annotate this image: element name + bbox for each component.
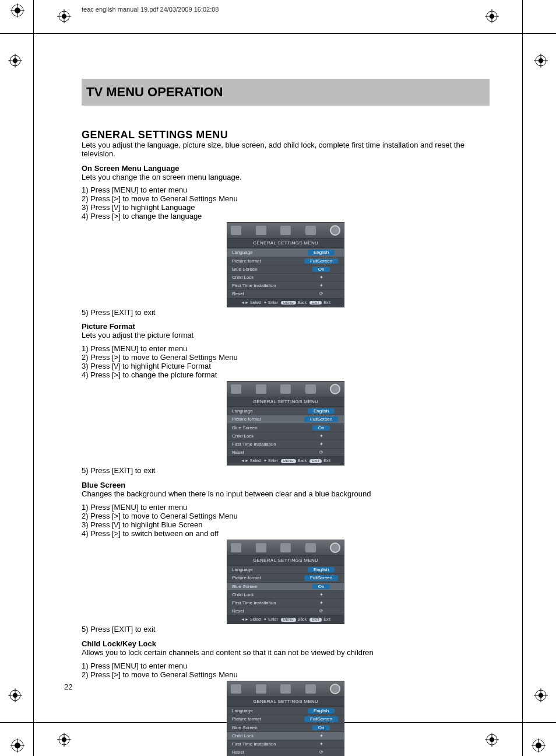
osd-tab-icon xyxy=(305,226,316,235)
osd-row: Picture formatFullScreen xyxy=(227,415,344,423)
osd-row-value: ✦ xyxy=(303,741,339,747)
osd-tab-icon xyxy=(280,684,291,694)
reg-mark-icon xyxy=(57,9,71,23)
reg-mark-icon xyxy=(532,738,546,752)
subsection-lead: Lets you adjust the picture format xyxy=(82,331,490,340)
osd-row-value: ⟳ xyxy=(303,291,339,296)
osd-row-value: ✦ xyxy=(303,433,339,439)
osd-row: LanguageEnglish xyxy=(227,706,344,715)
reg-mark-icon xyxy=(10,738,24,752)
osd-row: Blue ScreenOn xyxy=(227,723,344,732)
step: 2) Press [>] to move to General Settings… xyxy=(82,671,490,680)
page-title: TV MENU OPERATION xyxy=(82,79,490,106)
step: 1) Press [MENU] to enter menu xyxy=(82,503,490,512)
step: 2) Press [>] to move to General Settings… xyxy=(82,354,490,362)
subsection-lead: Allows you to lock certain channels and … xyxy=(82,649,490,657)
osd-row-label: Language xyxy=(232,250,253,255)
osd-tab-icon xyxy=(256,543,266,552)
osd-tab-icon xyxy=(305,684,316,694)
step: 5) Press [EXIT] to exit xyxy=(82,625,490,634)
osd-row-label: First Time Installation xyxy=(232,442,276,447)
osd-tab-icon xyxy=(256,226,266,235)
osd-row-label: Reset xyxy=(232,750,244,755)
osd-row: Child Lock✦ xyxy=(227,590,344,598)
osd-tab-icon xyxy=(305,543,316,552)
step: 5) Press [EXIT] to exit xyxy=(82,309,490,317)
step: 3) Press [\/] to highlight Blue Screen xyxy=(82,521,490,530)
section-heading: GENERAL SETTINGS MENU xyxy=(82,129,490,141)
step: 4) Press [>] to change the language xyxy=(82,212,490,221)
osd-row-value: ✦ xyxy=(303,283,339,288)
osd-row-value: ✦ xyxy=(303,275,339,280)
osd-title: GENERAL SETTINGS MENU xyxy=(227,238,344,248)
osd-tab-icon-active xyxy=(330,384,340,394)
osd-row: First Time Installation✦ xyxy=(227,740,344,748)
osd-row: First Time Installation✦ xyxy=(227,281,344,289)
osd-row-label: Picture format xyxy=(232,575,261,580)
osd-tab-icon-active xyxy=(330,225,340,236)
osd-title: GENERAL SETTINGS MENU xyxy=(227,696,344,706)
subsection: On Screen Menu LanguageLets you change t… xyxy=(82,164,490,317)
osd-row: Reset⟳ xyxy=(227,448,344,456)
section-lead: Lets you adjust the language, picture si… xyxy=(82,141,490,159)
osd-row-label: Blue Screen xyxy=(232,267,258,272)
step: 3) Press [\/] to highlight Language xyxy=(82,204,490,212)
crop-rule xyxy=(0,33,556,34)
reg-mark-icon xyxy=(534,54,548,68)
osd-row: Child Lock✦ xyxy=(227,732,344,740)
subsection-heading: Picture Format xyxy=(82,323,490,331)
osd-row-label: Child Lock xyxy=(232,733,254,738)
osd-row-value: ✦ xyxy=(303,733,339,738)
osd-row-label: Child Lock xyxy=(232,433,254,439)
osd-row: Reset⟳ xyxy=(227,748,344,756)
osd-footer: ◄► Select ✦ Enter MENU Back EXIT Exit xyxy=(227,615,344,624)
reg-mark-icon xyxy=(8,54,22,68)
osd-tab-icon xyxy=(280,384,291,394)
osd-row-value: On xyxy=(303,267,339,272)
osd-row-label: Reset xyxy=(232,608,244,614)
osd-row: Reset⟳ xyxy=(227,289,344,298)
osd-row-value: ✦ xyxy=(303,592,339,597)
step: 4) Press [>] to switch between on and of… xyxy=(82,530,490,538)
osd-row-label: Blue Screen xyxy=(232,725,258,730)
osd-row: LanguageEnglish xyxy=(227,407,344,415)
osd-row-value: English xyxy=(303,408,339,414)
osd-row: Picture formatFullScreen xyxy=(227,715,344,723)
osd-title: GENERAL SETTINGS MENU xyxy=(227,555,344,565)
osd-tab-icon xyxy=(231,543,241,552)
osd-row-label: Language xyxy=(232,567,253,572)
osd-row-label: Blue Screen xyxy=(232,425,258,430)
osd-row-value: FullScreen xyxy=(303,416,339,422)
osd-screenshot: GENERAL SETTINGS MENU LanguageEnglishPic… xyxy=(227,540,344,624)
osd-row-label: Picture format xyxy=(232,258,261,264)
osd-tab-icon xyxy=(280,543,291,552)
osd-row-value: On xyxy=(303,425,339,430)
reg-mark-icon xyxy=(8,688,22,702)
osd-row-label: Reset xyxy=(232,450,244,455)
osd-row: Picture formatFullScreen xyxy=(227,573,344,582)
osd-tab-icon xyxy=(256,684,266,694)
osd-tab-icon-active xyxy=(330,542,340,553)
crop-rule xyxy=(33,0,34,756)
osd-row-value: ✦ xyxy=(303,442,339,447)
osd-tab-icon xyxy=(231,384,241,394)
reg-mark-icon xyxy=(10,4,24,18)
osd-row-label: First Time Installation xyxy=(232,283,276,288)
osd-row: Blue ScreenOn xyxy=(227,265,344,273)
osd-tab-icon xyxy=(280,226,291,235)
step: 1) Press [MENU] to enter menu xyxy=(82,662,490,671)
page-content: TV MENU OPERATION GENERAL SETTINGS MENU … xyxy=(82,79,490,756)
osd-row-label: First Time Installation xyxy=(232,600,276,606)
osd-row-value: English xyxy=(303,567,339,572)
subsection: Blue ScreenChanges the background when t… xyxy=(82,481,490,634)
step: 4) Press [>] to change the picture forma… xyxy=(82,371,490,380)
osd-tab-icon xyxy=(305,384,316,394)
osd-row-value: On xyxy=(303,584,339,589)
osd-row-label: Language xyxy=(232,408,253,414)
osd-row: Child Lock✦ xyxy=(227,432,344,440)
osd-footer: ◄► Select ✦ Enter MENU Back EXIT Exit xyxy=(227,456,344,465)
step: 5) Press [EXIT] to exit xyxy=(82,467,490,475)
osd-row-value: English xyxy=(303,250,339,255)
subsection-heading: Blue Screen xyxy=(82,481,490,490)
osd-row: First Time Installation✦ xyxy=(227,598,344,607)
